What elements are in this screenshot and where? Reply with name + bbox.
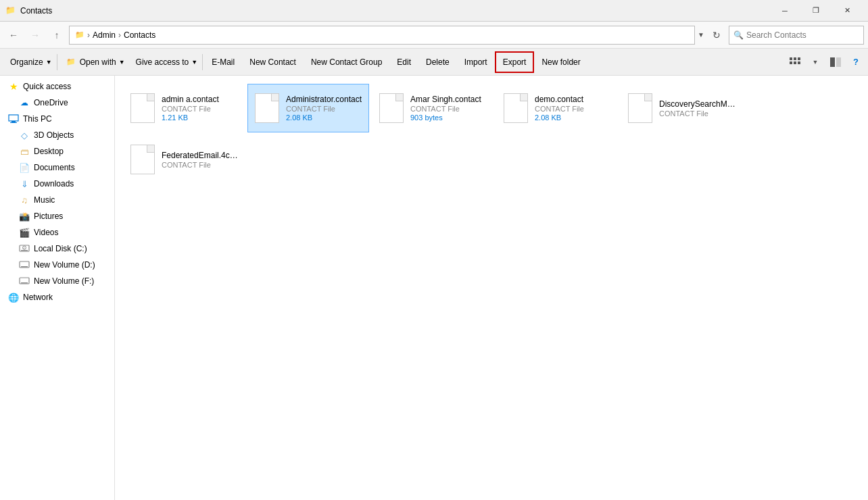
sidebar-item-this-pc[interactable]: This PC <box>0 111 114 127</box>
file-icon <box>627 92 654 124</box>
new-contact-button[interactable]: New Contact <box>242 51 304 73</box>
file-item[interactable]: Administrator.contact CONTACT File 2.08 … <box>247 84 369 132</box>
close-button[interactable]: ✕ <box>831 0 863 22</box>
refresh-button[interactable]: ↻ <box>707 26 726 45</box>
sidebar-item-local-disk-c[interactable]: C Local Disk (C:) <box>0 241 114 257</box>
network-icon: 🌐 <box>8 292 19 303</box>
path-icon: 📁 <box>75 30 85 39</box>
file-type: CONTACT File <box>162 105 239 113</box>
file-info: FederatedEmail.4c1f4d8b-8179-4148-93bf-0… <box>162 151 239 169</box>
sidebar-item-music[interactable]: ♫ Music <box>0 192 114 208</box>
organize-button[interactable]: Organize ▼ <box>3 51 55 73</box>
svg-rect-12 <box>21 250 28 251</box>
svg-rect-6 <box>830 57 835 67</box>
file-icon-body <box>379 93 404 123</box>
svg-rect-5 <box>798 61 800 64</box>
sidebar-item-3d-objects[interactable]: ◇ 3D Objects <box>0 127 114 143</box>
sidebar-item-network[interactable]: 🌐 Network <box>0 289 114 305</box>
file-icon <box>129 92 156 124</box>
downloads-icon: ⇓ <box>19 178 30 189</box>
svg-rect-4 <box>794 61 796 64</box>
sidebar-label-local-disk-c: Local Disk (C:) <box>34 244 87 253</box>
new-contact-group-button[interactable]: New Contact Group <box>304 51 389 73</box>
help-button[interactable]: ? <box>846 53 865 72</box>
sidebar-label-new-volume-f: New Volume (F:) <box>34 276 94 286</box>
sidebar-item-new-volume-d[interactable]: New Volume (D:) <box>0 257 114 273</box>
file-type: CONTACT File <box>659 109 736 118</box>
file-name: admin a.contact <box>162 95 239 104</box>
file-size: 903 bytes <box>410 114 487 122</box>
svg-rect-3 <box>790 61 792 64</box>
file-item[interactable]: DiscoverySearchMailbox{D919BA05-46A6-415… <box>621 84 742 132</box>
file-info: Administrator.contact CONTACT File 2.08 … <box>286 95 363 122</box>
sidebar-label-3d-objects: 3D Objects <box>34 130 74 140</box>
sidebar-item-onedrive[interactable]: ☁ OneDrive <box>0 95 114 111</box>
search-icon: 🔍 <box>733 30 744 40</box>
toolbar-separator-2 <box>202 54 203 70</box>
import-button[interactable]: Import <box>457 51 495 73</box>
email-button[interactable]: E-Mail <box>204 51 242 73</box>
file-item[interactable]: Amar Singh.contact CONTACT File 903 byte… <box>372 84 493 132</box>
file-area: admin a.contact CONTACT File 1.21 KB Adm… <box>115 76 868 500</box>
music-icon: ♫ <box>19 195 30 205</box>
file-icon <box>378 92 405 124</box>
file-info: admin a.contact CONTACT File 1.21 KB <box>162 95 239 122</box>
svg-rect-9 <box>11 121 16 122</box>
back-button[interactable]: ← <box>4 26 23 45</box>
path-contacts[interactable]: Contacts <box>124 30 155 40</box>
give-access-button[interactable]: Give access to ▼ <box>128 51 201 73</box>
this-pc-icon <box>8 114 19 124</box>
view-dropdown-button[interactable]: ▼ <box>806 53 825 72</box>
maximize-button[interactable]: ❐ <box>800 0 831 22</box>
edit-button[interactable]: Edit <box>389 51 418 73</box>
file-name: FederatedEmail.4c1f4d8b-8179-4148-93bf-0… <box>162 151 239 160</box>
sidebar-item-quick-access[interactable]: ★ Quick access <box>0 78 114 95</box>
sidebar-label-new-volume-d: New Volume (D:) <box>34 260 95 270</box>
file-icon <box>129 143 156 176</box>
path-admin[interactable]: Admin <box>93 30 116 40</box>
minimize-button[interactable]: ─ <box>769 0 800 22</box>
sidebar-item-downloads[interactable]: ⇓ Downloads <box>0 176 114 192</box>
sidebar-label-videos: Videos <box>34 228 58 237</box>
view-options-button[interactable] <box>786 53 804 72</box>
open-with-button[interactable]: 📁 Open with ▼ <box>59 51 128 73</box>
sidebar-item-desktop[interactable]: 🗃 Desktop <box>0 143 114 159</box>
svg-rect-18 <box>21 282 28 284</box>
sidebar-label-this-pc: This PC <box>23 114 52 124</box>
toolbar-separator-1 <box>57 54 57 70</box>
file-item[interactable]: FederatedEmail.4c1f4d8b-8179-4148-93bf-0… <box>123 135 245 184</box>
sidebar: ★ Quick access ☁ OneDrive This PC ◇ 3D O… <box>0 76 115 500</box>
sidebar-label-onedrive: OneDrive <box>34 98 68 107</box>
file-name: demo.contact <box>535 95 612 104</box>
svg-rect-2 <box>798 57 800 60</box>
path-dropdown-button[interactable]: ▼ <box>698 31 704 39</box>
file-size: 2.08 KB <box>286 114 363 122</box>
up-button[interactable]: ↑ <box>47 26 66 45</box>
file-item[interactable]: demo.contact CONTACT File 2.08 KB <box>496 84 618 132</box>
search-box: 🔍 <box>729 26 864 45</box>
file-size: 1.21 KB <box>162 114 239 122</box>
details-pane-button[interactable] <box>826 53 845 72</box>
forward-button[interactable]: → <box>26 26 45 45</box>
sidebar-item-videos[interactable]: 🎬 Videos <box>0 224 114 241</box>
search-input[interactable] <box>746 30 859 40</box>
3d-objects-icon: ◇ <box>19 130 30 141</box>
onedrive-icon: ☁ <box>19 97 30 108</box>
pictures-icon: 📸 <box>19 211 30 222</box>
address-path: 📁 › Admin › Contacts <box>69 26 695 45</box>
new-folder-button[interactable]: New folder <box>534 51 587 73</box>
sidebar-item-documents[interactable]: 📄 Documents <box>0 159 114 176</box>
export-button[interactable]: Export <box>495 51 535 73</box>
documents-icon: 📄 <box>19 162 30 173</box>
delete-button[interactable]: Delete <box>418 51 457 73</box>
local-disk-c-icon: C <box>19 243 30 254</box>
title-bar-title: Contacts <box>20 6 769 16</box>
sidebar-item-new-volume-f[interactable]: New Volume (F:) <box>0 273 114 289</box>
quick-access-icon: ★ <box>8 81 19 92</box>
sidebar-label-pictures: Pictures <box>34 211 63 221</box>
sidebar-label-network: Network <box>23 293 53 302</box>
file-item[interactable]: admin a.contact CONTACT File 1.21 KB <box>123 84 245 132</box>
address-bar: ← → ↑ 📁 › Admin › Contacts ▼ ↻ 🔍 <box>0 22 868 49</box>
sidebar-item-pictures[interactable]: 📸 Pictures <box>0 208 114 224</box>
file-type: CONTACT File <box>535 105 612 113</box>
